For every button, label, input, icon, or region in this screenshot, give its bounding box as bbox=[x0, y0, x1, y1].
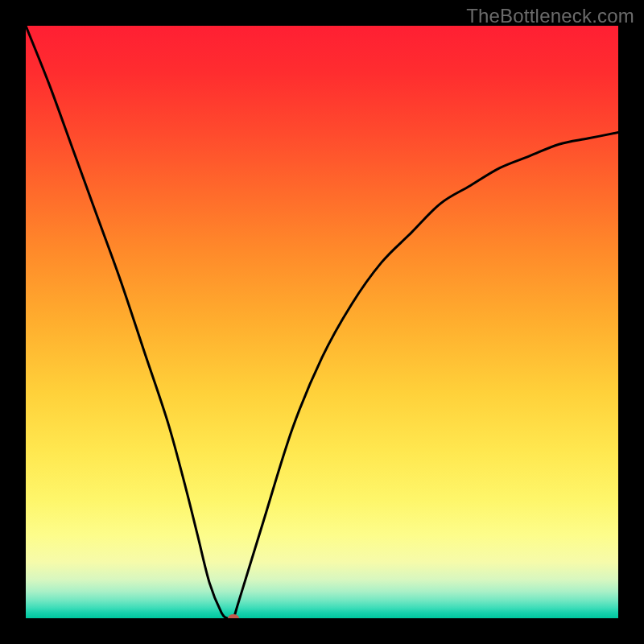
minimum-marker bbox=[228, 614, 239, 618]
chart-frame: TheBottleneck.com bbox=[0, 0, 644, 644]
bottleneck-curve bbox=[26, 26, 618, 618]
plot-area bbox=[26, 26, 618, 618]
watermark-text: TheBottleneck.com bbox=[466, 5, 634, 27]
